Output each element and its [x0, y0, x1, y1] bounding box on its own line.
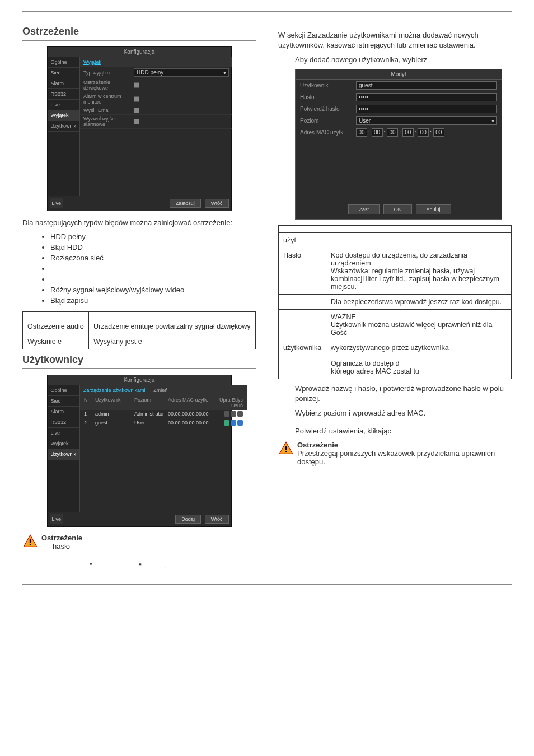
cell-user: admin — [93, 410, 133, 418]
checkbox-center-alarm[interactable] — [134, 96, 139, 102]
warning-description-table: Ostrzeżenie audioUrządzenie emituje powt… — [22, 311, 256, 349]
tab-user-mgmt[interactable]: Zarządzanie użytkownikami — [83, 388, 146, 393]
cancel-button[interactable]: Anuluj — [416, 204, 451, 214]
level-value: User — [359, 118, 371, 124]
checkbox-send-email[interactable] — [134, 108, 139, 113]
cell-nr: 2 — [82, 419, 93, 427]
cell-user: guest — [93, 419, 133, 427]
edit-icon[interactable] — [231, 420, 236, 426]
table-cell: Hasło — [279, 248, 326, 294]
sidebar-item-rs232[interactable]: RS232 — [48, 417, 80, 428]
users-heading: Użytkownicy — [22, 354, 256, 369]
delete-icon[interactable] — [237, 420, 243, 426]
list-item — [50, 275, 256, 283]
mac-seg[interactable]: 00 — [418, 128, 429, 137]
mac-input-group: 00: 00: 00: 00: 00: 00 — [356, 128, 446, 137]
warning-text: hasło — [53, 542, 82, 550]
label-mac: Adres MAC użytk. — [300, 129, 356, 136]
table-cell: użytkownika — [279, 340, 326, 379]
svg-rect-0 — [30, 539, 31, 543]
row-label-trigger-alarm-out: Wyzwol wyjście alarmowe — [83, 116, 134, 127]
table-header — [88, 312, 255, 319]
config-panel-exception: Konfiguracja Ogólne Sieć Alarm RS232 Liv… — [47, 46, 232, 211]
table-cell — [279, 294, 326, 309]
step-text: Potwierdź ustawienia, klikając — [295, 426, 512, 436]
table-cell: Wysłanie e — [23, 334, 89, 349]
table-cell: użyt — [279, 232, 326, 248]
apply-button[interactable]: Zast — [348, 204, 380, 214]
sidebar-item-alarm[interactable]: Alarm — [48, 78, 80, 89]
label-username: Użytkownik — [300, 82, 356, 88]
cell-level: User — [133, 419, 166, 427]
field-description-table: użyt HasłoKod dostępu do urządzenia, do … — [278, 225, 512, 379]
back-button[interactable]: Wróć — [205, 515, 229, 524]
table-row[interactable]: 1 admin Administrator 00:00:00:00:00:00 — [80, 410, 247, 419]
add-button[interactable]: Dodaj — [175, 515, 201, 524]
quote-marks: ” “. — [22, 562, 256, 570]
table-header — [279, 225, 326, 232]
select-level[interactable]: User▾ — [356, 116, 497, 125]
table-header — [23, 312, 89, 319]
sidebar-item-exception[interactable]: Wyjątek — [48, 438, 80, 449]
perm-icon[interactable] — [224, 420, 229, 426]
cell-actions — [211, 419, 245, 427]
mac-seg[interactable]: 00 — [433, 128, 444, 137]
tab-exception[interactable]: Wyjątek — [83, 59, 101, 65]
row-label-center-alarm: Alarm w centrum monitor. — [83, 94, 134, 105]
list-item: HDD pełny — [50, 232, 256, 241]
apply-button[interactable]: Zastosuj — [170, 199, 201, 208]
sidebar-item-alarm[interactable]: Alarm — [48, 407, 80, 417]
mac-seg[interactable]: 00 — [387, 128, 398, 137]
panel-title: Konfiguracja — [48, 375, 231, 385]
col-actions: Upra Edyc Usuń — [211, 396, 245, 409]
table-row[interactable]: 2 guest User 00:00:00:00:00:00 — [80, 419, 247, 428]
table-cell: Wysyłany jest e — [88, 334, 255, 349]
sidebar-item-live[interactable]: Live — [48, 100, 80, 110]
sidebar-item-exception[interactable]: Wyjątek — [48, 110, 80, 121]
config-sidebar: Ogólne Sieć Alarm RS232 Live Wyjątek Uży… — [48, 385, 81, 512]
input-password[interactable]: ••••• — [356, 93, 497, 101]
sidebar-item-user[interactable]: Użytkownik — [48, 121, 80, 132]
mac-seg[interactable]: 00 — [372, 128, 383, 137]
row-label-exception-type: Typ wyjątku — [83, 70, 134, 76]
exception-type-dropdown[interactable]: HDD pełny▾ — [134, 68, 229, 77]
list-item: Błąd zapisu — [50, 296, 256, 305]
table-cell: Urządzenie emituje powtarzalny sygnał dź… — [88, 319, 255, 334]
mac-seg[interactable]: 00 — [402, 128, 414, 137]
ok-button[interactable]: OK — [383, 204, 412, 214]
input-confirm-password[interactable]: ••••• — [356, 105, 497, 113]
tab-change[interactable]: Zmień — [153, 388, 167, 393]
table-cell: WAŻNE Użytkownik można ustawić więcej up… — [326, 309, 512, 340]
row-label-audio-warn: Ostrzeżenie dźwiękowe — [83, 80, 134, 91]
svg-rect-3 — [285, 451, 287, 452]
live-button[interactable]: Live — [50, 514, 64, 524]
edit-icon — [231, 411, 236, 417]
col-user: Użytkownik — [93, 396, 133, 409]
modify-dialog: Modyf Użytkownikguest Hasło••••• Potwier… — [295, 69, 502, 220]
sidebar-item-live[interactable]: Live — [48, 428, 80, 438]
sidebar-item-general[interactable]: Ogólne — [48, 385, 80, 396]
live-button[interactable]: Live — [50, 198, 64, 208]
warning-intro-text: Dla następujących typów błędów można zai… — [22, 218, 256, 228]
perm-icon — [224, 411, 229, 417]
checkbox-audio-warn[interactable] — [134, 82, 139, 88]
step-text: Wybierz poziom i wprowadź adres MAC. — [295, 408, 512, 418]
dropdown-value: HDD pełny — [137, 69, 163, 76]
warning-heading: Ostrzeżenie — [22, 26, 256, 41]
input-username[interactable]: guest — [356, 81, 497, 90]
sidebar-item-network[interactable]: Sieć — [48, 396, 80, 407]
warning-title: Ostrzeżenie — [297, 441, 512, 449]
col-nr: Nr — [82, 396, 93, 409]
sidebar-item-general[interactable]: Ogólne — [48, 57, 80, 68]
mac-seg[interactable]: 00 — [356, 128, 367, 137]
list-item: Różny sygnał wejściowy/wyjściowy wideo — [50, 286, 256, 294]
warning-title: Ostrzeżenie — [41, 534, 82, 542]
warning-icon — [278, 441, 294, 456]
table-cell — [279, 309, 326, 340]
sidebar-item-user[interactable]: Użytkownik — [48, 449, 80, 460]
checkbox-trigger-alarm-out[interactable] — [134, 119, 139, 124]
back-button[interactable]: Wróć — [205, 199, 229, 208]
sidebar-item-rs232[interactable]: RS232 — [48, 89, 80, 100]
sidebar-item-network[interactable]: Sieć — [48, 68, 80, 78]
row-label-send-email: Wyślij Email — [83, 108, 134, 113]
